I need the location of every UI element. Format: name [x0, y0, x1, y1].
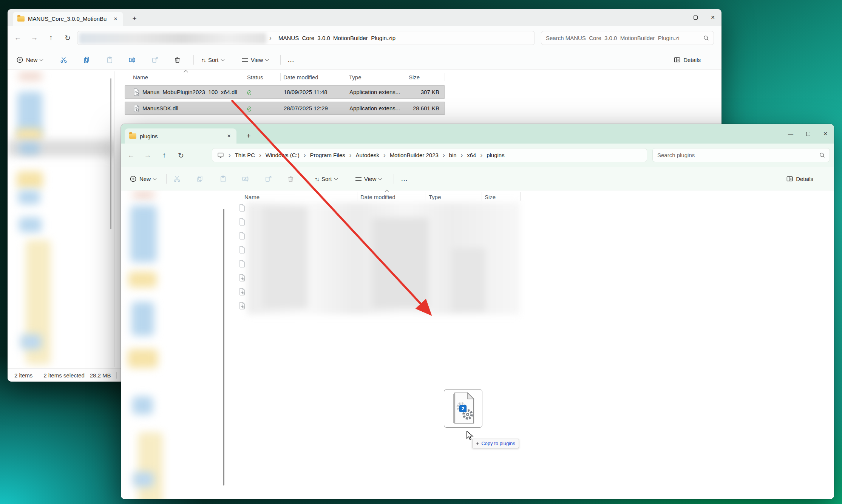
up-button[interactable]: ↑: [157, 148, 171, 162]
new-tab-button[interactable]: +: [129, 13, 140, 24]
up-button[interactable]: ↑: [44, 31, 58, 45]
dll-file-icon[interactable]: [239, 288, 245, 297]
minimize-button[interactable]: —: [669, 11, 687, 24]
delete-button[interactable]: [284, 171, 298, 187]
refresh-button[interactable]: ↻: [174, 148, 188, 162]
dll-file-icon[interactable]: [239, 274, 245, 283]
new-button[interactable]: New: [126, 171, 159, 187]
breadcrumb-x64[interactable]: x64: [467, 152, 476, 158]
toolbar-divider: [193, 55, 194, 65]
column-header-name[interactable]: Name: [133, 74, 148, 80]
close-button[interactable]: ✕: [817, 127, 834, 140]
column-divider[interactable]: [445, 73, 445, 81]
tab-plugins[interactable]: plugins ✕: [125, 128, 236, 144]
column-divider[interactable]: [482, 192, 482, 201]
more-button[interactable]: …: [284, 52, 298, 67]
sort-ascending-indicator: [184, 70, 188, 74]
column-divider[interactable]: [347, 73, 347, 81]
column-divider[interactable]: [520, 192, 521, 201]
paste-icon: [106, 56, 113, 63]
column-header-type[interactable]: Type: [429, 194, 441, 200]
search-input[interactable]: [657, 152, 819, 158]
document-file-icon[interactable]: [239, 246, 245, 255]
paste-button[interactable]: [103, 52, 117, 67]
rename-button[interactable]: [125, 52, 139, 67]
column-divider[interactable]: [425, 192, 425, 201]
forward-button[interactable]: →: [141, 148, 155, 162]
back-button[interactable]: ←: [124, 148, 138, 162]
explorer-window-plugins: plugins ✕ + — ✕ ← → ↑ ↻ › This PC › Wind…: [121, 124, 834, 499]
tab-close-icon[interactable]: ✕: [225, 133, 233, 139]
breadcrumb-this-pc[interactable]: This PC: [235, 152, 255, 158]
tab-close-icon[interactable]: ✕: [112, 15, 119, 22]
column-header-name[interactable]: Name: [244, 194, 260, 200]
file-row-manussdk[interactable]: ManusSDK.dll ✓ 28/07/2025 12:29 Applicat…: [125, 102, 445, 115]
column-divider[interactable]: [357, 192, 357, 201]
maximize-button[interactable]: [799, 127, 817, 140]
refresh-button[interactable]: ↻: [60, 31, 75, 45]
column-divider[interactable]: [406, 73, 406, 81]
column-header-date[interactable]: Date modified: [360, 194, 396, 200]
status-divider: [116, 372, 117, 379]
document-file-icon[interactable]: [239, 204, 245, 213]
share-button[interactable]: [148, 52, 162, 67]
view-button[interactable]: View: [352, 171, 385, 187]
close-button[interactable]: ✕: [704, 11, 721, 24]
search-box[interactable]: [652, 148, 830, 162]
navigation-pane-blurred: [121, 190, 222, 499]
column-header-size[interactable]: Size: [485, 194, 496, 200]
column-divider[interactable]: [243, 73, 243, 81]
details-pane-button[interactable]: Details: [783, 171, 817, 187]
sort-button[interactable]: ↑↓ Sort: [311, 171, 341, 187]
breadcrumb-zip[interactable]: MANUS_Core_3.0.0_MotionBuilder_Plugin.zi…: [278, 35, 396, 41]
maximize-button[interactable]: [687, 11, 704, 24]
back-button[interactable]: ←: [11, 31, 25, 45]
new-button[interactable]: New: [13, 52, 46, 67]
copy-button[interactable]: [193, 171, 207, 187]
column-header-status[interactable]: Status: [247, 74, 263, 80]
document-file-icon[interactable]: [239, 232, 245, 241]
file-row-manus-mobuplugin[interactable]: Manus_MobuPlugin2023_100_x64.dll ✓ 18/09…: [125, 85, 445, 99]
breadcrumb-windows-c[interactable]: Windows (C:): [266, 152, 300, 158]
column-divider[interactable]: [280, 73, 281, 81]
more-button[interactable]: …: [397, 171, 411, 187]
sidebar-scrollbar[interactable]: [223, 209, 224, 485]
tab-zip[interactable]: MANUS_Core_3.0.0_MotionBu ✕: [13, 12, 123, 26]
document-file-icon[interactable]: [239, 218, 245, 227]
rename-button[interactable]: [238, 171, 252, 187]
cut-button[interactable]: [170, 171, 184, 187]
address-bar[interactable]: › MANUS_Core_3.0.0_MotionBuilder_Plugin.…: [77, 31, 535, 45]
search-input[interactable]: [546, 35, 703, 41]
column-header-size[interactable]: Size: [409, 74, 420, 80]
sidebar-scrollbar[interactable]: [110, 78, 111, 229]
paste-button[interactable]: [216, 171, 230, 187]
breadcrumb-bin[interactable]: bin: [449, 152, 457, 158]
breadcrumb-autodesk[interactable]: Autodesk: [355, 152, 379, 158]
copy-icon: [196, 175, 204, 182]
cut-button[interactable]: [57, 52, 71, 67]
address-bar[interactable]: › This PC › Windows (C:) › Program Files…: [212, 148, 647, 162]
dll-file-icon[interactable]: [239, 302, 245, 311]
search-box[interactable]: [541, 31, 714, 45]
new-label: New: [26, 57, 37, 63]
column-header-date[interactable]: Date modified: [283, 74, 318, 80]
chevron-down-icon: [153, 176, 157, 180]
new-tab-button[interactable]: +: [243, 131, 254, 141]
breadcrumb-plugins[interactable]: plugins: [487, 152, 505, 158]
toolbar-divider: [280, 55, 281, 65]
document-file-icon[interactable]: [239, 260, 245, 269]
breadcrumb-motionbuilder-2023[interactable]: MotionBuilder 2023: [390, 152, 439, 158]
share-button[interactable]: [261, 171, 275, 187]
sort-button[interactable]: ↑↓ Sort: [198, 52, 227, 67]
blurred-item: [19, 143, 40, 154]
minimize-button[interactable]: —: [782, 127, 799, 140]
column-header-type[interactable]: Type: [349, 74, 362, 80]
delete-button[interactable]: [170, 52, 184, 67]
details-pane-button[interactable]: Details: [670, 52, 704, 67]
file-name-cell: Manus_MobuPlugin2023_100_x64.dll: [133, 88, 237, 96]
copy-button[interactable]: [80, 52, 94, 67]
breadcrumb-program-files[interactable]: Program Files: [310, 152, 345, 158]
share-icon: [265, 175, 272, 182]
view-button[interactable]: View: [239, 52, 272, 67]
forward-button[interactable]: →: [27, 31, 42, 45]
